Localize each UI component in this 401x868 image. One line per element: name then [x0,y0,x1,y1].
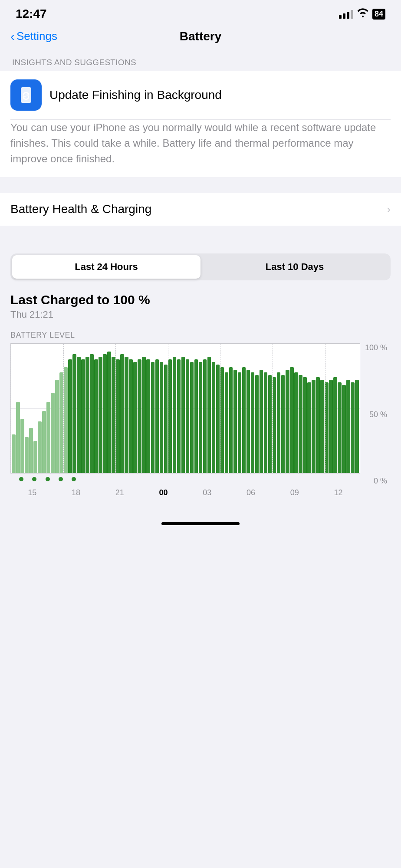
bar-24 [116,359,120,473]
x-label-00: 00 [141,488,185,497]
bar-2 [20,419,24,473]
bar-20 [99,357,102,473]
bar-78 [351,382,355,473]
bar-27 [129,359,133,473]
bar-62 [281,375,285,473]
status-time: 12:47 [16,7,47,21]
segment-control: Last 24 Hours Last 10 Days [10,253,391,280]
signal-icon [339,9,353,19]
bar-4 [29,428,33,473]
bar-23 [112,357,115,473]
segment-10d[interactable]: Last 10 Days [200,255,389,279]
battery-health-row[interactable]: Battery Health & Charging › [0,193,401,226]
battery-health-label: Battery Health & Charging [10,202,151,216]
bar-56 [255,375,259,473]
bar-34 [160,362,164,473]
bar-58 [264,372,268,473]
bar-14 [72,354,76,473]
bar-70 [316,377,320,473]
bar-73 [329,380,333,473]
bar-74 [333,377,337,473]
battery-percent: 84 [375,10,383,19]
back-button[interactable]: ‹ Settings [10,30,57,43]
segment-container: Last 24 Hours Last 10 Days [0,241,401,287]
bar-41 [190,362,194,473]
page-title: Battery [180,30,221,43]
svg-rect-0 [21,87,31,103]
bar-64 [290,367,294,473]
bar-69 [312,380,316,473]
bar-63 [286,370,289,473]
bar-54 [247,370,250,473]
bar-21 [103,354,107,473]
bar-61 [277,372,281,473]
bar-38 [177,359,181,473]
y-label-50: 50 % [365,410,387,419]
battery-health-chevron: › [387,203,391,216]
bar-0 [12,434,16,473]
x-label-18: 18 [54,488,98,497]
charging-dot-11 [59,477,63,481]
x-label-09: 09 [273,488,317,497]
x-label-15: 15 [10,488,54,497]
chart-label: BATTERY LEVEL [10,331,391,340]
nav-bar: ‹ Settings Battery [0,26,401,52]
bar-12 [64,367,68,473]
charging-dot-8 [46,477,50,481]
bar-59 [268,375,272,473]
bar-35 [164,365,168,473]
bar-32 [151,362,155,473]
bar-9 [51,393,55,473]
x-label-06: 06 [229,488,273,497]
bar-10 [55,380,59,473]
insight-app-icon [10,79,42,111]
charging-dot-14 [72,477,76,481]
chart-area [10,343,360,473]
wifi-icon [357,8,369,20]
bar-5 [33,441,37,473]
bar-47 [216,365,220,473]
bar-33 [155,359,159,473]
bar-8 [46,402,50,473]
charging-dots-row [10,473,360,486]
bar-13 [68,359,72,473]
bar-49 [225,372,229,473]
bar-71 [320,380,324,473]
bar-22 [107,352,111,473]
bar-15 [77,357,81,473]
bar-11 [59,372,63,473]
back-label: Settings [16,30,57,43]
home-indicator [161,522,240,525]
x-label-12: 12 [316,488,360,497]
insight-description: You can use your iPhone as you normally … [0,120,401,177]
bar-30 [142,357,146,473]
bar-50 [229,367,233,473]
bar-65 [294,372,298,473]
segment-24h[interactable]: Last 24 Hours [12,255,200,279]
bar-16 [81,359,85,473]
charging-dot-5 [32,477,36,481]
last-charged-section: Last Charged to 100 % Thu 21:21 [0,287,401,324]
bar-3 [25,437,29,473]
y-label-0: 0 % [365,477,387,486]
last-charged-subtitle: Thu 21:21 [10,309,391,320]
bar-29 [138,359,141,473]
insight-row: Update Finishing in Background [0,71,401,119]
back-chevron-icon: ‹ [10,30,15,43]
last-charged-title: Last Charged to 100 % [10,293,391,307]
bar-57 [260,370,263,473]
bar-31 [146,359,150,473]
bar-37 [173,357,177,473]
home-indicator-area [0,497,401,532]
bar-26 [125,357,128,473]
bar-46 [212,362,216,473]
battery-health-card: Battery Health & Charging › [0,193,401,226]
bar-25 [120,354,124,473]
bar-36 [168,359,172,473]
bar-40 [186,359,190,473]
bar-53 [242,367,246,473]
x-label-03: 03 [185,488,229,497]
chart-x-labels: 15 18 21 00 03 06 09 12 [10,486,360,497]
bar-68 [307,382,311,473]
bar-51 [233,370,237,473]
